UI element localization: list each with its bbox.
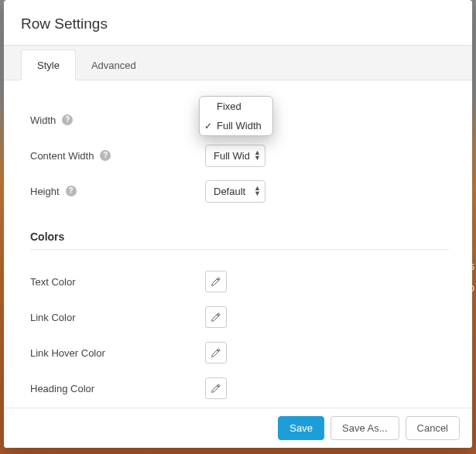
label-link-color: Link Color (30, 312, 205, 323)
label-width: Width ? (30, 114, 205, 126)
option-full-width[interactable]: Full Width (200, 116, 272, 135)
help-icon[interactable]: ? (100, 150, 111, 161)
label-text: Width (30, 114, 56, 126)
row-link-color: Link Color (30, 299, 449, 335)
eyedropper-icon (210, 311, 222, 323)
label-text: Text Color (30, 276, 76, 288)
option-fixed[interactable]: Fixed (200, 97, 272, 116)
label-text: Link Hover Color (30, 347, 105, 359)
modal-title: Row Settings (21, 15, 455, 32)
cancel-button[interactable]: Cancel (406, 416, 460, 440)
color-picker-link[interactable] (205, 306, 227, 328)
eyedropper-icon (210, 275, 222, 288)
label-text: Link Color (30, 312, 76, 323)
tab-style[interactable]: Style (21, 49, 76, 80)
width-dropdown-open[interactable]: Fixed Full Width (199, 96, 273, 136)
label-height: Height ? (30, 186, 205, 197)
modal-footer: Save Save As... Cancel (4, 408, 472, 448)
tab-advanced[interactable]: Advanced (76, 50, 152, 80)
tab-bar: Style Advanced (4, 45, 472, 80)
save-button[interactable]: Save (278, 416, 324, 440)
divider (30, 249, 449, 250)
help-icon[interactable]: ? (66, 186, 77, 196)
row-heading-color: Heading Color (30, 370, 449, 406)
save-as-button[interactable]: Save As... (330, 416, 399, 440)
row-text-color: Text Color (30, 264, 449, 299)
label-content-width: Content Width ? (30, 150, 205, 162)
eyedropper-icon (210, 382, 222, 394)
spacer (30, 406, 449, 408)
row-link-hover-color: Link Hover Color (30, 335, 449, 370)
eyedropper-icon (210, 346, 222, 359)
label-text: Content Width (30, 150, 94, 162)
select-el[interactable]: Default (205, 180, 265, 203)
select-content-width[interactable]: Full Width ▲▼ (205, 145, 265, 167)
help-icon[interactable]: ? (62, 114, 73, 125)
modal-header: Row Settings (4, 0, 472, 45)
select-el[interactable]: Full Width (205, 145, 265, 167)
select-height[interactable]: Default ▲▼ (205, 180, 265, 203)
color-picker-link-hover[interactable] (205, 342, 227, 364)
color-picker-heading[interactable] (205, 377, 227, 399)
row-settings-modal: Row Settings Style Advanced Width ? Cont… (4, 0, 472, 448)
label-text: Heading Color (30, 383, 94, 394)
color-picker-text[interactable] (205, 271, 227, 292)
section-colors: Colors (30, 230, 449, 243)
label-link-hover-color: Link Hover Color (30, 347, 205, 359)
row-content-width: Content Width ? Full Width ▲▼ (30, 138, 449, 173)
label-text: Height (30, 186, 60, 197)
label-heading-color: Heading Color (30, 383, 205, 394)
row-height: Height ? Default ▲▼ (30, 173, 449, 209)
label-text-color: Text Color (30, 276, 205, 288)
